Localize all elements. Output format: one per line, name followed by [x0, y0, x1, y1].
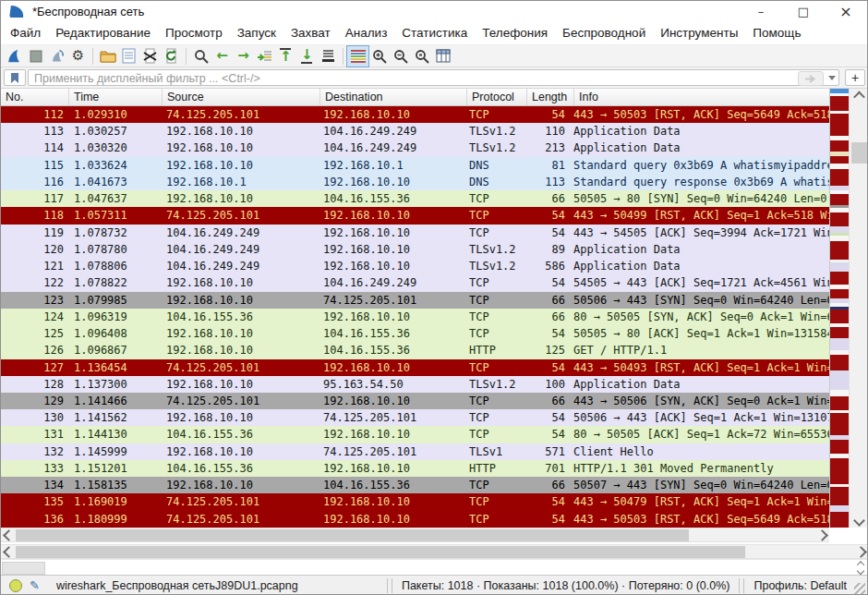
menu-item-5[interactable]: Анализ: [338, 22, 395, 43]
go-first-packet-button[interactable]: ↑: [275, 46, 296, 67]
restart-capture-button[interactable]: [46, 46, 67, 67]
minimap-stripe: [830, 487, 849, 505]
close-button[interactable]: ×: [825, 1, 867, 21]
column-header-info[interactable]: Info: [574, 89, 829, 105]
column-header-no[interactable]: No.: [1, 89, 69, 105]
add-filter-button[interactable]: +: [845, 69, 865, 86]
hscrollbar-thumb[interactable]: [16, 546, 745, 558]
packet-row[interactable]: 1331.151201104.16.155.36192.168.10.10HTT…: [1, 460, 829, 477]
reload-file-button[interactable]: [161, 46, 182, 67]
save-file-button[interactable]: [118, 46, 139, 67]
packet-row[interactable]: 1321.145999192.168.10.1074.125.205.101TL…: [1, 443, 829, 460]
scroll-right-icon[interactable]: [814, 528, 829, 541]
column-header-time[interactable]: Time: [69, 89, 163, 105]
capture-comment-icon[interactable]: ✎: [30, 578, 40, 592]
packet-row[interactable]: 1351.16901974.125.205.101192.168.10.10TC…: [1, 493, 829, 510]
packet-row[interactable]: 1251.096408192.168.10.10104.16.155.36TCP…: [1, 325, 829, 342]
packet-row[interactable]: 1211.078806104.16.249.249192.168.10.10TL…: [1, 258, 829, 274]
scroll-up-icon[interactable]: [850, 89, 868, 103]
packet-row[interactable]: 1121.02931074.125.205.101192.168.10.10TC…: [1, 106, 829, 123]
pane-spinner[interactable]: [858, 561, 863, 574]
packet-row[interactable]: 1291.14146674.125.205.101192.168.10.10TC…: [1, 393, 829, 409]
packet-row[interactable]: 1221.078822192.168.10.10104.16.249.249TC…: [1, 274, 829, 291]
find-packet-button[interactable]: [190, 46, 211, 67]
scroll-right-icon[interactable]: [853, 545, 868, 558]
filter-history-dropdown-icon[interactable]: [828, 76, 836, 80]
packet-cell: TLSv1.2: [464, 258, 524, 274]
packet-row[interactable]: 1181.05731174.125.205.101192.168.10.10TC…: [1, 207, 829, 224]
packet-row[interactable]: 1271.13645474.125.205.101192.168.10.10TC…: [1, 359, 829, 376]
menu-item-6[interactable]: Статистика: [394, 22, 475, 43]
go-to-packet-button[interactable]: [254, 46, 275, 67]
packet-row[interactable]: 1231.079985192.168.10.1074.125.205.101TC…: [1, 292, 829, 309]
packet-row[interactable]: 1201.078780104.16.249.249192.168.10.10TL…: [1, 241, 829, 258]
menu-item-1[interactable]: Редактирование: [48, 22, 158, 43]
packet-row[interactable]: 1361.18099974.125.205.101192.168.10.10TC…: [1, 511, 829, 528]
scroll-left-icon[interactable]: [1, 528, 16, 541]
packet-row[interactable]: 1301.141562192.168.10.1074.125.205.101TC…: [1, 409, 829, 426]
display-filter-input[interactable]: [32, 70, 747, 87]
resize-columns-button[interactable]: [432, 46, 453, 67]
packet-cell: Standard query response 0x3b69 A whatism…: [569, 174, 829, 190]
packet-cell: Application Data: [569, 258, 829, 274]
maximize-button[interactable]: □: [782, 1, 825, 21]
menu-item-3[interactable]: Запуск: [230, 22, 283, 43]
packet-row[interactable]: 1241.096319104.16.155.36192.168.10.10TCP…: [1, 309, 829, 325]
packet-minimap-scrollbar[interactable]: [829, 89, 849, 528]
menu-item-2[interactable]: Просмотр: [158, 22, 230, 43]
auto-scroll-button[interactable]: [318, 46, 339, 67]
go-forward-button[interactable]: →: [233, 46, 254, 67]
profile-selector[interactable]: Профиль: Default: [746, 579, 850, 592]
minimize-button[interactable]: –: [740, 1, 782, 21]
column-header-source[interactable]: Source: [163, 89, 320, 105]
menu-item-4[interactable]: Захват: [283, 22, 338, 43]
menu-item-0[interactable]: Файл: [3, 22, 48, 43]
column-header-protocol[interactable]: Protocol: [467, 89, 527, 105]
menu-item-9[interactable]: Инструменты: [653, 22, 745, 43]
packet-row[interactable]: 1191.078732104.16.249.249192.168.10.10TC…: [1, 225, 829, 241]
packet-row[interactable]: 1341.158135192.168.10.10104.16.155.36TCP…: [1, 477, 829, 493]
hscrollbar-thumb[interactable]: [16, 529, 689, 541]
capture-options-button[interactable]: ⚙: [67, 46, 89, 67]
packet-row[interactable]: 1151.033624192.168.10.10192.168.10.1DNS8…: [1, 157, 829, 174]
packet-row[interactable]: 1311.144130104.16.155.36192.168.10.10TCP…: [1, 426, 829, 443]
packet-row[interactable]: 1131.030257192.168.10.10104.16.249.249TL…: [1, 123, 829, 140]
packet-row[interactable]: 1281.137300192.168.10.1095.163.54.50TLSv…: [1, 376, 829, 393]
lower-pane-hscrollbar[interactable]: [1, 544, 868, 559]
wireshark-logo-icon: [9, 6, 25, 18]
column-header-destination[interactable]: Destination: [320, 89, 467, 105]
zoom-original-button[interactable]: [411, 46, 432, 67]
vertical-scrollbar-thumb[interactable]: [851, 142, 867, 164]
vertical-scrollbar[interactable]: [849, 89, 868, 528]
resize-grip[interactable]: [854, 583, 865, 594]
scroll-down-icon[interactable]: [850, 514, 868, 528]
packet-row[interactable]: 1141.030320192.168.10.10104.16.249.249TL…: [1, 140, 829, 156]
column-header-length[interactable]: Length: [527, 89, 574, 105]
open-file-button[interactable]: [97, 46, 118, 67]
go-back-button[interactable]: ←: [211, 46, 233, 67]
menu-item-8[interactable]: Беспроводной: [555, 22, 653, 43]
packet-row[interactable]: 1171.047637192.168.10.10104.16.155.36TCP…: [1, 190, 829, 207]
packet-cell: 129: [1, 393, 69, 409]
packet-cell: 192.168.10.10: [162, 477, 319, 493]
close-file-button[interactable]: [139, 46, 161, 67]
go-last-packet-button[interactable]: ↓: [296, 46, 318, 67]
pane-handle[interactable]: [2, 562, 45, 575]
packet-list-hscrollbar[interactable]: [1, 528, 829, 542]
menu-item-7[interactable]: Телефония: [475, 22, 555, 43]
stop-capture-button[interactable]: [25, 46, 46, 67]
zoom-in-button[interactable]: [368, 46, 390, 67]
menu-item-10[interactable]: Помощь: [745, 22, 808, 43]
packet-cell: 104.16.249.249: [162, 225, 319, 241]
packet-row[interactable]: 1261.096867192.168.10.10104.16.155.36HTT…: [1, 342, 829, 358]
packet-cell: 74.125.205.101: [319, 292, 464, 309]
packet-cell: TCP: [464, 409, 524, 426]
packet-row[interactable]: 1161.041673192.168.10.1192.168.10.10DNS1…: [1, 174, 829, 190]
filter-bookmark-button[interactable]: [4, 69, 26, 86]
scroll-left-icon[interactable]: [1, 545, 16, 558]
zoom-out-button[interactable]: [390, 46, 411, 67]
colorize-packets-button[interactable]: [347, 46, 368, 67]
expert-info-icon[interactable]: [9, 579, 22, 592]
start-capture-button[interactable]: [4, 46, 25, 67]
apply-filter-button[interactable]: [798, 71, 824, 86]
